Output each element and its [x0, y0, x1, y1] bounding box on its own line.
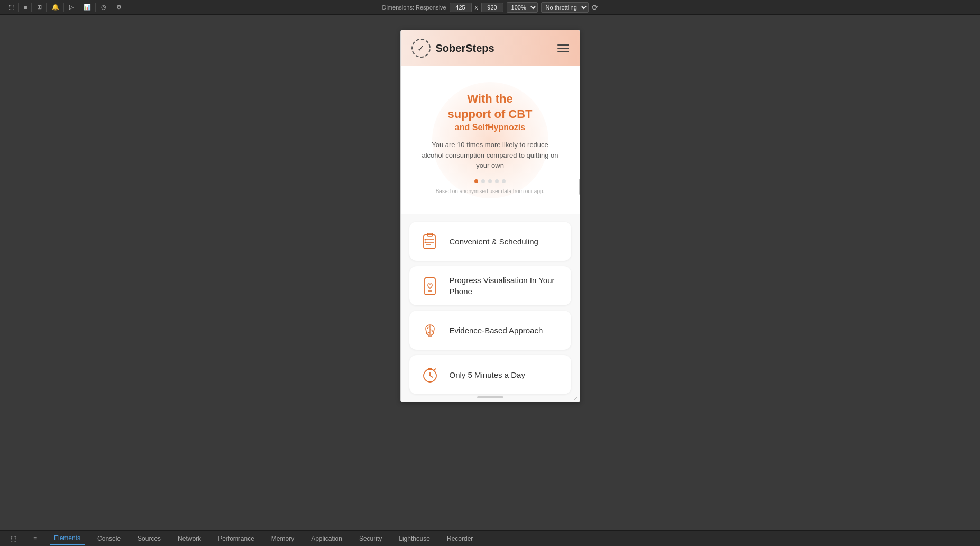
hamburger-line-2	[557, 48, 569, 49]
feature-label-scheduling: Convenient & Scheduling	[450, 236, 538, 247]
tab-memory[interactable]: Memory	[267, 533, 298, 544]
svg-rect-7	[425, 278, 435, 295]
dot-2[interactable]	[481, 179, 485, 183]
x-separator: x	[475, 4, 478, 11]
hero-subtitle: and SelfHypnozis	[422, 123, 559, 132]
devtools-topbar: ⬚ ≡ ⊞ 🔔 ▷ 📊 ◎ ⚙ Dimensions: Responsive x…	[0, 0, 980, 15]
topbar-section-5: ▷	[65, 3, 78, 12]
carousel-dots	[422, 179, 559, 183]
hamburger-line-1	[557, 44, 569, 46]
features-section: Convenient & Scheduling Progress Visuali…	[401, 214, 580, 402]
phone-container: ✓ SoberSteps With the support of CBT and…	[400, 30, 580, 402]
topbar-section-8: ⚙	[112, 3, 126, 12]
hero-description: You are 10 times more likely to reduce a…	[422, 140, 559, 171]
dot-4[interactable]	[495, 179, 499, 183]
zoom-select[interactable]: 100%	[507, 2, 538, 13]
topbar-section-1: ⬚	[4, 3, 19, 12]
svg-point-5	[424, 239, 426, 241]
tab-network[interactable]: Network	[173, 533, 205, 544]
hero-title: With the support of CBT	[422, 92, 559, 122]
dot-3[interactable]	[488, 179, 492, 183]
feature-label-evidence: Evidence-Based Approach	[450, 325, 543, 336]
scrollbar[interactable]	[579, 179, 580, 195]
throttle-select[interactable]: No throttling	[541, 2, 589, 13]
clipboard-schedule-icon	[419, 230, 441, 252]
main-area: ✓ SoberSteps With the support of CBT and…	[0, 25, 980, 530]
devtools-icon-select[interactable]: ⬚	[6, 533, 21, 544]
hero-source: Based on anonymised user data from our a…	[422, 188, 559, 194]
tab-recorder[interactable]: Recorder	[443, 533, 477, 544]
hero-section: With the support of CBT and SelfHypnozis…	[401, 66, 580, 214]
topbar-section-6: 📊	[79, 3, 96, 12]
tab-elements[interactable]: Elements	[50, 532, 85, 545]
topbar-section-7: ◎	[97, 3, 111, 12]
tab-security[interactable]: Security	[355, 533, 386, 544]
resize-corner[interactable]: ⟋	[573, 395, 579, 401]
topbar-center: Dimensions: Responsive x 100% No throttl…	[382, 2, 598, 13]
svg-point-6	[424, 242, 426, 243]
topbar-section-2: ≡	[20, 3, 32, 12]
app-logo: ✓ SoberSteps	[411, 39, 494, 58]
topbar-section-4: 🔔	[48, 3, 64, 12]
width-input[interactable]	[450, 3, 472, 12]
feature-card-scheduling[interactable]: Convenient & Scheduling	[409, 222, 571, 261]
phone-heart-icon	[419, 275, 441, 297]
tab-sources[interactable]: Sources	[133, 533, 165, 544]
hamburger-button[interactable]	[557, 44, 569, 52]
tab-application[interactable]: Application	[307, 533, 346, 544]
tab-performance[interactable]: Performance	[214, 533, 259, 544]
tab-lighthouse[interactable]: Lighthouse	[395, 533, 434, 544]
feature-card-progress[interactable]: Progress Visualisation In Your Phone	[409, 266, 571, 305]
ruler-area	[0, 15, 980, 25]
dimension-label: Dimensions: Responsive	[382, 4, 446, 11]
topbar-section-3: ⊞	[33, 3, 47, 12]
hero-title-line2: support of CBT	[447, 107, 532, 121]
svg-line-12	[430, 376, 433, 377]
topbar-left: ⬚ ≡ ⊞ 🔔 ▷ 📊 ◎ ⚙	[4, 3, 126, 12]
hamburger-line-3	[557, 51, 569, 52]
hero-content: With the support of CBT and SelfHypnozis…	[422, 92, 559, 194]
checkmark-icon: ✓	[417, 43, 424, 53]
brain-icon	[419, 319, 441, 341]
feature-label-minutes: Only 5 Minutes a Day	[450, 369, 525, 380]
app-header: ✓ SoberSteps	[401, 30, 580, 66]
dot-5[interactable]	[502, 179, 506, 183]
rotate-icon: ⟳	[592, 3, 598, 12]
devtools-bottombar: ⬚ ≡ Elements Console Sources Network Per…	[0, 530, 980, 546]
feature-card-minutes[interactable]: Only 5 Minutes a Day	[409, 355, 571, 394]
drag-handle[interactable]	[477, 396, 503, 398]
feature-card-evidence[interactable]: Evidence-Based Approach	[409, 311, 571, 350]
clock-icon	[419, 363, 441, 386]
height-input[interactable]	[481, 3, 503, 12]
app-title: SoberSteps	[436, 42, 494, 54]
logo-icon: ✓	[411, 39, 431, 58]
tab-console[interactable]: Console	[93, 533, 125, 544]
dot-1[interactable]	[474, 179, 478, 183]
feature-label-progress: Progress Visualisation In Your Phone	[450, 275, 562, 297]
devtools-icon-inspect[interactable]: ≡	[29, 533, 41, 544]
hero-title-line1: With the	[467, 92, 513, 105]
